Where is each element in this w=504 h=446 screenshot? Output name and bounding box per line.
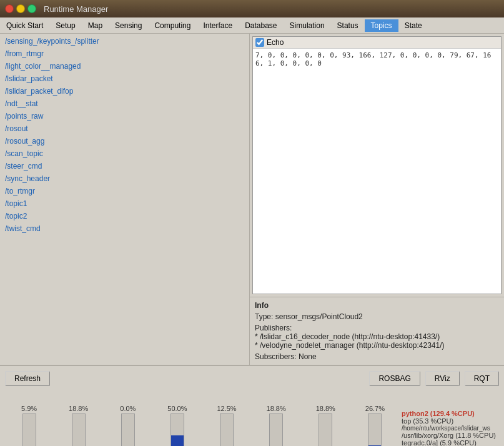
cpu-bar-fill bbox=[171, 435, 184, 446]
home-path: /home/ntu/workspace/lslidar_ws bbox=[402, 425, 497, 432]
cpu-column: 50.0%CPU3 bbox=[153, 405, 201, 446]
close-button[interactable] bbox=[5, 4, 14, 13]
menubar-item-database[interactable]: Database bbox=[239, 19, 283, 32]
right-panel: Echo 7, 0, 0, 0, 0, 0, 0, 93, 166, 127, … bbox=[250, 34, 504, 365]
topic-item[interactable]: /ndt__stat bbox=[0, 97, 249, 110]
topic-item[interactable]: /rosout_agg bbox=[0, 135, 249, 147]
python-process: python2 (129.4 %CPU) bbox=[402, 410, 497, 417]
cpu-percent-label: 50.0% bbox=[167, 405, 187, 412]
topic-item[interactable]: /to_rtmgr bbox=[0, 185, 249, 197]
menubar-item-state[interactable]: State bbox=[398, 19, 428, 32]
cpu-bar-container bbox=[121, 414, 135, 446]
topic-item[interactable]: /topic1 bbox=[0, 197, 249, 210]
refresh-button[interactable]: Refresh bbox=[5, 371, 50, 386]
topics-panel[interactable]: /sensing_/keypoints_/splitter/from_rtmgr… bbox=[0, 34, 250, 365]
menubar: Quick StartSetupMapSensingComputingInter… bbox=[0, 17, 504, 34]
maximize-button[interactable] bbox=[27, 4, 36, 13]
info-type: Type: sensor_msgs/PointCloud2 bbox=[255, 312, 499, 321]
cpu-bar-container bbox=[220, 414, 234, 446]
topic-item[interactable]: /lslidar_packet bbox=[0, 72, 249, 85]
menubar-item-map[interactable]: Map bbox=[82, 19, 109, 32]
menubar-item-computing[interactable]: Computing bbox=[148, 19, 197, 32]
topic-item[interactable]: /points_raw bbox=[0, 110, 249, 122]
topic-item[interactable]: /scan_topic bbox=[0, 147, 249, 160]
menubar-item-status[interactable]: Status bbox=[331, 19, 365, 32]
main-content: /sensing_/keypoints_/splitter/from_rtmgr… bbox=[0, 34, 504, 365]
type-label: Type: bbox=[255, 312, 273, 321]
cpu-bar-container bbox=[72, 414, 86, 446]
topic-item[interactable]: /lslidar_packet_difop bbox=[0, 85, 249, 97]
type-value: sensor_msgs/PointCloud2 bbox=[275, 312, 363, 321]
publisher-2: * /velodyne_nodelet_manager (http://ntu-… bbox=[255, 341, 499, 350]
menubar-item-interface[interactable]: Interface bbox=[197, 19, 239, 32]
topic-item[interactable]: /rosout bbox=[0, 122, 249, 135]
cpu-percent-label: 12.5% bbox=[217, 405, 236, 412]
info-publishers: Publishers: * /lslidar_c16_decoder_node … bbox=[255, 324, 499, 350]
cpu-column: 5.9%CPU0 bbox=[5, 405, 53, 446]
topic-item[interactable]: /topic2 bbox=[0, 210, 249, 222]
menubar-item-sensing[interactable]: Sensing bbox=[109, 19, 148, 32]
window-controls[interactable] bbox=[5, 4, 36, 13]
cpu-bar-container bbox=[319, 414, 332, 446]
echo-content: 7, 0, 0, 0, 0, 0, 0, 93, 166, 127, 0, 0,… bbox=[253, 49, 501, 70]
cpu-bar-container bbox=[368, 414, 382, 446]
cpu-column: 26.7%CPU7 bbox=[351, 405, 399, 446]
cpu-percent-label: 26.7% bbox=[365, 405, 385, 412]
rosbag-button[interactable]: ROSBAG bbox=[369, 371, 420, 386]
topic-item[interactable]: /sensing_/keypoints_/splitter bbox=[0, 35, 249, 47]
cpu-percent-label: 5.9% bbox=[21, 405, 37, 412]
menubar-item-simulation[interactable]: Simulation bbox=[284, 19, 331, 32]
usr-process: /usr/lib/xorg/Xorg (11.8 %CPU) bbox=[402, 432, 497, 439]
echo-area: Echo 7, 0, 0, 0, 0, 0, 0, 93, 166, 127, … bbox=[252, 36, 502, 294]
top-process: top (35.3 %CPU) bbox=[402, 417, 497, 425]
info-panel: Info Type: sensor_msgs/PointCloud2 Publi… bbox=[250, 297, 504, 365]
cpu-bar-container bbox=[22, 414, 36, 446]
cpu-column: 0.0%CPU2 bbox=[104, 405, 152, 446]
minimize-button[interactable] bbox=[16, 4, 25, 13]
cpu-column: 18.8%CPU1 bbox=[54, 405, 102, 446]
cpu-column: 18.8%CPU6 bbox=[302, 405, 350, 446]
echo-label: Echo bbox=[267, 38, 284, 47]
rviz-button[interactable]: RViz bbox=[425, 371, 460, 386]
cpu-bar-container bbox=[269, 414, 283, 446]
topic-item[interactable]: /twist_cmd bbox=[0, 222, 249, 235]
menubar-item-quick-start[interactable]: Quick Start bbox=[0, 19, 49, 32]
cpu-percent-label: 18.8% bbox=[267, 405, 286, 412]
cpu-section: 5.9%CPU018.8%CPU10.0%CPU250.0%CPU312.5%C… bbox=[5, 405, 399, 446]
cpu-column: 12.5%CPU4 bbox=[203, 405, 251, 446]
menubar-item-topics[interactable]: Topics bbox=[365, 19, 398, 32]
topic-item[interactable]: /light_color__managed bbox=[0, 60, 249, 72]
info-subscribers: Subscribers: None bbox=[255, 352, 499, 361]
topic-item[interactable]: /steer_cmd bbox=[0, 160, 249, 172]
cpu-percent-label: 18.8% bbox=[69, 405, 88, 412]
topic-item[interactable]: /sync_header bbox=[0, 172, 249, 185]
bottom-bar: Refresh ROSBAG RViz RQT bbox=[0, 365, 504, 391]
cpu-percent-label: 0.0% bbox=[120, 405, 136, 412]
teg-process: tegradc.0/a] (5.9 %CPU) bbox=[402, 439, 497, 446]
menubar-item-setup[interactable]: Setup bbox=[49, 19, 81, 32]
info-title: Info bbox=[255, 301, 499, 310]
publisher-1: * /lslidar_c16_decoder_node (http://ntu-… bbox=[255, 332, 499, 341]
window-title: Runtime Manager bbox=[44, 4, 108, 14]
cpu-area: 5.9%CPU018.8%CPU10.0%CPU250.0%CPU312.5%C… bbox=[0, 391, 504, 446]
cpu-bar-container bbox=[170, 414, 184, 446]
echo-header: Echo bbox=[253, 37, 501, 49]
cpu-percent-label: 18.8% bbox=[316, 405, 335, 412]
echo-checkbox[interactable] bbox=[255, 38, 264, 47]
cpu-column: 18.8%CPU5 bbox=[252, 405, 300, 446]
titlebar: Runtime Manager bbox=[0, 0, 504, 17]
cpu-right-info: python2 (129.4 %CPU) top (35.3 %CPU) /ho… bbox=[399, 409, 499, 446]
rqt-button[interactable]: RQT bbox=[465, 371, 499, 386]
publishers-label: Publishers: bbox=[255, 324, 499, 332]
topic-item[interactable]: /from_rtmgr bbox=[0, 47, 249, 60]
